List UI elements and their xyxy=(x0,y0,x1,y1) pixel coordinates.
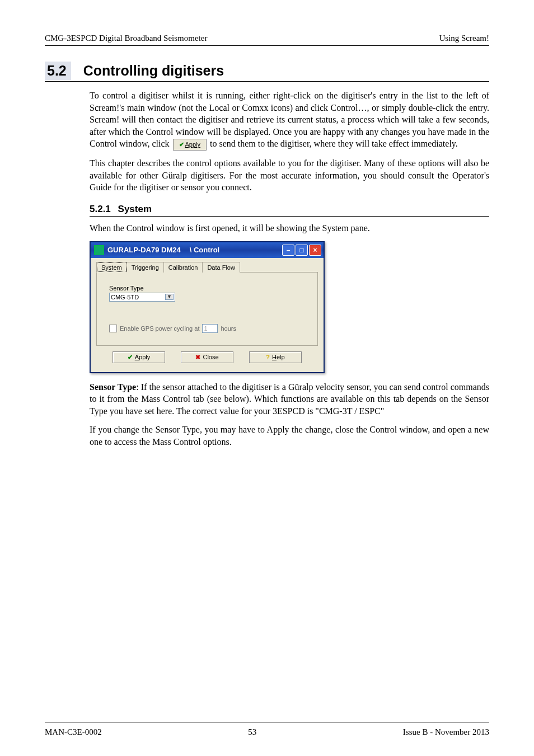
paragraph-5: If you change the Sensor Type, you may h… xyxy=(90,424,489,448)
footer-left: MAN-C3E-0002 xyxy=(45,727,102,737)
close-icon[interactable]: × xyxy=(309,245,321,256)
x-icon: ✖ xyxy=(195,354,200,361)
paragraph-4: Sensor Type: If the sensor attached to t… xyxy=(90,381,489,417)
paragraph-1b: to send them to the digitiser, where the… xyxy=(210,139,458,148)
close-button[interactable]: ✖ Close xyxy=(181,351,233,363)
dialog-title-main: GURALP-DA79 DM24 xyxy=(107,246,181,254)
gps-hours-input[interactable]: 1 xyxy=(202,324,218,333)
header-right: Using Scream! xyxy=(439,34,489,43)
tab-calibration[interactable]: Calibration xyxy=(163,262,203,273)
apply-label-rest: pply xyxy=(139,354,150,360)
subsection-heading: 5.2.1 System xyxy=(90,204,489,217)
gps-label-before: Enable GPS power cycling at xyxy=(120,325,199,332)
check-icon: ✔ xyxy=(179,141,184,148)
apply-button-inline[interactable]: ✔Apply xyxy=(173,139,207,151)
check-icon: ✔ xyxy=(128,354,133,361)
section-title: Controlling digitisers xyxy=(83,63,224,78)
footer-rule xyxy=(45,722,489,722)
app-icon xyxy=(94,245,104,255)
sensor-type-label: Sensor Type xyxy=(109,285,310,292)
help-button[interactable]: ? Help xyxy=(249,351,302,363)
subsection-title: System xyxy=(118,204,152,214)
maximize-icon[interactable]: □ xyxy=(296,245,308,256)
footer-center: 53 xyxy=(248,727,256,737)
dialog-title-sub: \ Control xyxy=(190,246,219,254)
question-icon: ? xyxy=(266,354,270,360)
paragraph-2: This chapter describes the control optio… xyxy=(90,157,489,194)
sensor-type-bold: Sensor Type xyxy=(90,382,136,392)
tab-data-flow[interactable]: Data Flow xyxy=(202,262,240,273)
dialog-tabs: System Triggering Calibration Data Flow xyxy=(96,261,318,273)
apply-button[interactable]: ✔ Apply xyxy=(113,351,165,363)
section-heading: 5.2 Controlling digitisers xyxy=(45,62,489,82)
sensor-type-select[interactable]: CMG-5TD ▼ xyxy=(109,293,175,302)
paragraph-3: When the Control window is first opened,… xyxy=(90,222,489,234)
apply-inline-label: Apply xyxy=(185,141,201,148)
sensor-type-value: CMG-5TD xyxy=(111,294,139,300)
footer-right: Issue B - November 2013 xyxy=(403,727,489,737)
dialog-tab-content: Sensor Type CMG-5TD ▼ Enable GPS power c… xyxy=(96,273,318,346)
header-rule xyxy=(45,45,489,46)
control-dialog: GURALP-DA79 DM24 \ Control – □ × System … xyxy=(90,241,325,373)
dialog-titlebar[interactable]: GURALP-DA79 DM24 \ Control – □ × xyxy=(91,242,324,258)
paragraph-1: To control a digitiser whilst it is runn… xyxy=(90,90,489,151)
paragraph-4-rest: : If the sensor attached to the digitise… xyxy=(90,382,489,416)
tab-triggering[interactable]: Triggering xyxy=(127,262,164,273)
help-label-rest: elp xyxy=(277,354,285,360)
header-left: CMG-3ESPCD Digital Broadband Seismometer xyxy=(45,34,207,43)
subsection-number: 5.2.1 xyxy=(90,204,111,214)
tab-system[interactable]: System xyxy=(96,262,127,273)
section-number: 5.2 xyxy=(45,62,71,80)
minimize-icon[interactable]: – xyxy=(282,245,294,256)
gps-label-after: hours xyxy=(221,325,236,332)
gps-checkbox[interactable] xyxy=(109,325,117,332)
chevron-down-icon[interactable]: ▼ xyxy=(165,294,174,300)
close-label: Close xyxy=(203,354,218,360)
